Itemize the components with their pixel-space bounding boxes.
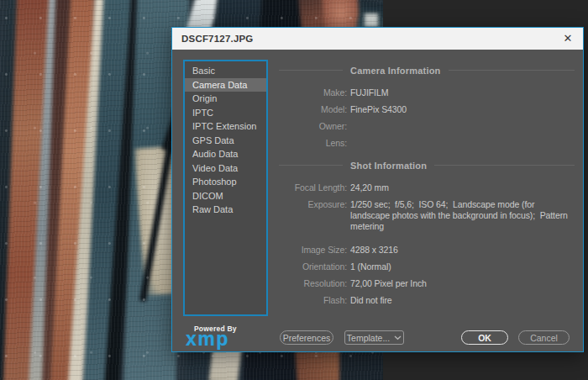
dialog-body: Basic Camera Data Origin IPTC IPTC Exten… [172, 50, 583, 351]
cancel-button-label: Cancel [530, 332, 558, 344]
ok-button-label: OK [478, 332, 491, 344]
field-exposure: Exposure: 1/250 sec; f/5,6; ISO 64; Land… [279, 199, 575, 232]
header-rule-left [279, 70, 343, 71]
field-lens-label: Lens: [279, 138, 350, 149]
field-image-size: Image Size: 4288 x 3216 [279, 245, 575, 256]
paint-stroke [365, 13, 378, 27]
field-make-value: FUJIFILM [350, 87, 575, 98]
chevron-down-icon [394, 335, 402, 340]
header-rule-right [434, 165, 575, 166]
dialog-title: DSCF7127.JPG [181, 34, 254, 44]
template-dropdown-button[interactable]: Template... [344, 330, 404, 345]
sidebar-item-origin[interactable]: Origin [185, 92, 266, 106]
shot-information-header: Shot Information [279, 160, 575, 171]
sidebar-item-video-data[interactable]: Video Data [185, 161, 266, 176]
ok-button[interactable]: OK [461, 330, 508, 345]
sidebar-item-camera-data[interactable]: Camera Data [185, 78, 266, 92]
cancel-button[interactable]: Cancel [518, 330, 570, 345]
header-rule-right [449, 70, 575, 71]
field-orientation-value: 1 (Normal) [350, 261, 575, 272]
dialog-titlebar[interactable]: DSCF7127.JPG ✕ [172, 28, 583, 50]
preferences-button[interactable]: Preferences [280, 330, 333, 345]
sidebar-item-iptc-extension[interactable]: IPTC Extension [185, 119, 266, 134]
xmp-logo: Powered By xmp [186, 325, 237, 347]
file-info-dialog: DSCF7127.JPG ✕ Basic Camera Data Origin … [171, 27, 584, 352]
sidebar-item-audio-data[interactable]: Audio Data [185, 147, 266, 161]
field-resolution-label: Resolution: [279, 278, 350, 289]
camera-information-header: Camera Information [279, 65, 575, 76]
sidebar-item-basic[interactable]: Basic [185, 64, 266, 78]
field-exposure-label: Exposure: [279, 199, 350, 232]
close-icon[interactable]: ✕ [561, 32, 575, 45]
field-model-value: FinePix S4300 [350, 104, 575, 115]
field-flash-label: Flash: [279, 295, 350, 306]
field-orientation: Orientation: 1 (Normal) [279, 261, 575, 272]
field-resolution: Resolution: 72,00 Pixel per Inch [279, 278, 575, 289]
field-lens: Lens: [279, 138, 575, 149]
field-make: Make: FUJIFILM [279, 87, 575, 98]
camera-data-panel: Camera Information Make: FUJIFILM Model:… [279, 58, 575, 312]
field-focal-length: Focal Length: 24,20 mm [279, 182, 575, 193]
header-rule-left [279, 165, 343, 166]
metadata-category-list: Basic Camera Data Origin IPTC IPTC Exten… [183, 60, 268, 316]
preferences-button-label: Preferences [283, 332, 331, 344]
template-button-label: Template... [347, 332, 390, 344]
field-lens-value [350, 138, 575, 149]
shot-information-title: Shot Information [350, 161, 427, 171]
field-flash: Flash: Did not fire [279, 295, 575, 306]
sidebar-item-gps-data[interactable]: GPS Data [185, 134, 266, 148]
field-model-label: Model: [279, 104, 350, 115]
field-owner: Owner: [279, 121, 575, 132]
field-resolution-value: 72,00 Pixel per Inch [350, 278, 575, 289]
dialog-footer: Powered By xmp Preferences Template... O… [172, 318, 583, 351]
field-focal-length-label: Focal Length: [279, 182, 350, 193]
sidebar-item-dicom[interactable]: DICOM [185, 189, 266, 203]
camera-information-title: Camera Information [350, 66, 441, 76]
field-image-size-value: 4288 x 3216 [350, 245, 575, 256]
field-image-size-label: Image Size: [279, 245, 350, 256]
field-flash-value: Did not fire [350, 295, 575, 306]
field-exposure-value: 1/250 sec; f/5,6; ISO 64; Landscape mode… [350, 199, 575, 232]
sidebar-item-raw-data[interactable]: Raw Data [185, 203, 266, 217]
sidebar-item-iptc[interactable]: IPTC [185, 106, 266, 120]
field-model: Model: FinePix S4300 [279, 104, 575, 115]
xmp-logo-text: xmp [186, 332, 237, 346]
field-owner-label: Owner: [279, 121, 350, 132]
field-focal-length-value: 24,20 mm [350, 182, 575, 193]
field-orientation-label: Orientation: [279, 261, 350, 272]
field-owner-value [350, 121, 575, 132]
field-make-label: Make: [279, 87, 350, 98]
screen: DSCF7127.JPG ✕ Basic Camera Data Origin … [0, 0, 588, 380]
sidebar-item-photoshop[interactable]: Photoshop [185, 175, 266, 189]
